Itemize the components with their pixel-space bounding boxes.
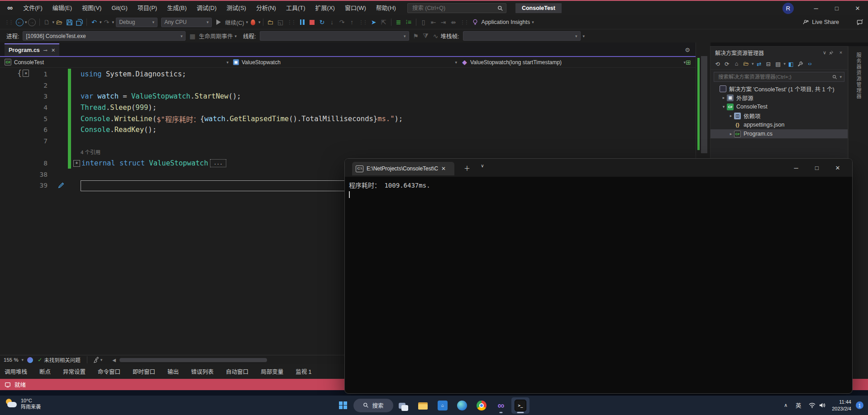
panel-tab[interactable]: 错误列表 (191, 367, 214, 376)
menu-item[interactable]: 生成(B) (162, 1, 191, 15)
tree-expand-icon[interactable]: ▸ (720, 95, 727, 100)
tray-expand-icon[interactable]: ∧ (780, 402, 792, 408)
taskbar-search[interactable]: 搜索 (353, 399, 393, 412)
redo-icon[interactable]: ↷ (102, 17, 112, 27)
live-share-icon[interactable] (802, 19, 809, 25)
menu-item[interactable]: 项目(P) (133, 1, 162, 15)
close-panel-icon[interactable]: × (837, 50, 845, 55)
search-options-icon[interactable]: ▾ (839, 75, 842, 79)
thread-dropdown[interactable]: ▾ (260, 31, 409, 41)
zoom-dropdown[interactable]: 155 % ▾ (0, 357, 27, 363)
ime-indicator[interactable]: 英 (792, 401, 805, 410)
preview-code-icon[interactable]: ‹› (806, 60, 814, 68)
tree-item-appsettings.json[interactable]: {}appsettings.json (711, 120, 848, 129)
tree-item--consoletest-1-1-[interactable]: 解决方案 'ConsoleTest' (1 个项目, 共 1 个) (711, 84, 848, 93)
menu-item[interactable]: 视图(V) (77, 1, 106, 15)
toolbar-grip[interactable]: ⋮⋮ (287, 19, 296, 25)
toolbar-grip[interactable]: ⋮⋮ (5, 19, 13, 25)
solution-name-badge[interactable]: ConsoleTest (515, 3, 562, 13)
tree-item--[interactable]: ▸▣外部源 (711, 93, 848, 102)
clear-bookmarks-icon[interactable]: ⇻ (448, 17, 458, 27)
show-all-files-icon[interactable]: ▤ (774, 60, 782, 68)
code-line[interactable]: 3var watch = ValueStopwatch.StartNew(); (0, 91, 696, 102)
next-bookmark-icon[interactable]: ⇥ (439, 17, 448, 27)
show-all-dropdown-icon[interactable]: ▾ (784, 61, 786, 66)
code-line[interactable]: 4 个引用 (0, 146, 696, 158)
terminal-close-button[interactable]: ✕ (827, 159, 848, 177)
configuration-dropdown[interactable]: Debug▾ (116, 18, 157, 27)
panel-menu-icon[interactable]: ∨ (820, 50, 829, 56)
tree-expand-icon[interactable]: ▸ (728, 113, 734, 118)
prev-bookmark-icon[interactable]: ⇤ (429, 17, 439, 27)
tab-program-cs[interactable]: Program.cs ⊸ ✕ (5, 43, 59, 56)
switch-views-icon[interactable]: 🗁 (742, 60, 750, 68)
redo-dropdown-icon[interactable]: ▾ (112, 20, 114, 24)
health-status-text[interactable]: 未找到相关问题 (44, 356, 81, 363)
collapsed-region[interactable]: ... (210, 159, 226, 167)
stack-frame-dropdown[interactable]: ▾ (463, 31, 581, 41)
navigate-back-icon[interactable]: ← (14, 17, 24, 27)
pin-icon[interactable] (829, 50, 837, 55)
scrollbar-thumb[interactable] (701, 56, 707, 153)
panel-tab[interactable]: 命令窗口 (98, 367, 120, 376)
navigate-forward-icon[interactable]: → (27, 17, 37, 27)
step-into-icon[interactable]: ↓ (327, 17, 337, 27)
notification-badge[interactable]: 1 (856, 401, 863, 409)
new-tab-icon[interactable]: ＋ (462, 163, 472, 172)
live-share-label[interactable]: Live Share (812, 19, 839, 25)
breadcrumb-item[interactable]: ◆ValueStopwatch(long startTimestamp)▾ (457, 59, 686, 66)
menu-item[interactable]: 扩展(X) (310, 1, 340, 15)
panel-tab[interactable]: 断点 (39, 367, 51, 376)
new-file-icon[interactable]: 🗋 (42, 17, 52, 27)
menu-item[interactable]: 帮助(H) (371, 1, 401, 15)
menu-item[interactable]: Git(G) (106, 1, 132, 15)
solution-explorer-header[interactable]: 解决方案资源管理器 ∨ × (711, 47, 848, 58)
sync-icon[interactable]: ⇄ (755, 60, 763, 68)
process-dropdown[interactable]: [10936] ConsoleTest.exe▾ (23, 31, 186, 41)
code-cleanup-broom-icon[interactable] (94, 357, 100, 363)
code-line[interactable]: 2 (0, 80, 696, 91)
close-terminal-tab-icon[interactable]: ✕ (441, 165, 446, 172)
scroll-left-icon[interactable]: ◀ (112, 358, 116, 363)
platform-dropdown[interactable]: Any CPU▾ (161, 18, 212, 27)
start-button[interactable] (334, 397, 352, 414)
terminal-minimize-button[interactable]: ─ (786, 159, 806, 177)
tree-item-consoletest[interactable]: ▾C#ConsoleTest (711, 102, 848, 111)
stop-debugging-icon[interactable] (307, 17, 317, 27)
forward-icon[interactable]: ⟳ (723, 60, 731, 68)
sort-lines-icon[interactable]: ≣ (394, 17, 404, 27)
code-line[interactable]: 5Console.WriteLine($"程序耗时：{watch.GetElap… (0, 113, 696, 124)
feedback-icon[interactable] (856, 19, 863, 26)
panel-tab[interactable]: 调用堆栈 (5, 367, 27, 376)
solution-search-box[interactable]: ▾ (714, 72, 844, 82)
status-icon[interactable] (5, 382, 11, 388)
menu-item[interactable]: 窗口(W) (340, 1, 371, 15)
lifecycle-events-label[interactable]: 生命周期事件 (199, 32, 233, 40)
filter-threads-icon[interactable]: ⧩ (421, 31, 431, 41)
app-insights-dropdown-icon[interactable]: ▾ (532, 20, 534, 24)
panel-tab[interactable]: 自动窗口 (226, 367, 248, 376)
panel-tab[interactable]: 即时窗口 (133, 367, 155, 376)
bookmark-icon[interactable]: ▯ (419, 17, 429, 27)
breadcrumb-item[interactable]: C#ConsoleTest▾ (0, 59, 229, 66)
comment-lines-icon[interactable]: ⁝≡ (404, 17, 414, 27)
sync-active-document-icon[interactable]: ◧ (787, 60, 795, 68)
lifecycle-events-icon[interactable]: ▦ (187, 31, 197, 41)
tab-dropdown-icon[interactable]: ∨ (477, 163, 488, 168)
maximize-button[interactable]: □ (826, 1, 847, 15)
menu-item[interactable]: 调试(D) (192, 1, 222, 15)
task-view-button[interactable] (395, 397, 413, 414)
properties-wrench-icon[interactable] (796, 60, 805, 68)
terminal-title-bar[interactable]: C:\ E:\NetProjects\ConsoleTest\C ✕ ＋ ∨ ─… (345, 159, 852, 177)
collapse-all-icon[interactable]: ⊟ (764, 60, 773, 68)
show-threads-pointer-icon[interactable]: ➤ (369, 17, 379, 27)
panel-tab[interactable]: 监视 1 (296, 367, 311, 376)
pause-icon[interactable] (297, 17, 307, 27)
app-insights-bulb-icon[interactable] (470, 17, 480, 27)
file-explorer-button[interactable] (414, 397, 432, 414)
tab-options-gear-icon[interactable]: ⚙ (685, 47, 690, 53)
code-cleanup-dropdown-icon[interactable]: ▾ (100, 358, 103, 362)
code-line[interactable]: 4Thread.Sleep(999); (0, 102, 696, 113)
codelens-references[interactable]: 4 个引用 (81, 148, 100, 156)
edge-button[interactable] (453, 397, 471, 414)
